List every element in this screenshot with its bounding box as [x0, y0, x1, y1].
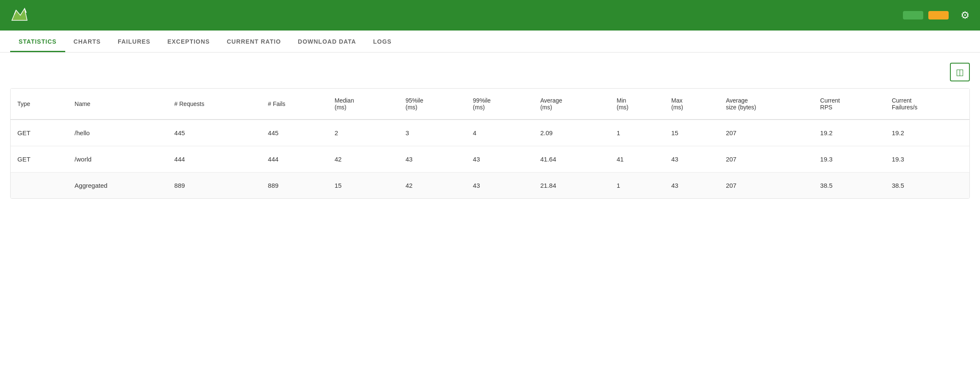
tab-exceptions[interactable]: EXCEPTIONS: [159, 31, 218, 52]
cell-median: 15: [328, 173, 399, 199]
new-button[interactable]: [903, 11, 923, 19]
cell-min: 41: [610, 146, 664, 173]
columns-icon: ◫: [956, 67, 964, 77]
col-p95: 95%ile(ms): [399, 89, 466, 120]
cell-max: 15: [664, 120, 719, 146]
logo-icon: [10, 6, 29, 25]
tab-statistics[interactable]: STATISTICS: [10, 31, 65, 52]
cell-fails: 444: [261, 146, 328, 173]
cell-max: 43: [664, 146, 719, 173]
col-p99: 99%ile(ms): [466, 89, 534, 120]
cell-name: /world: [68, 146, 168, 173]
col-fails: # Fails: [261, 89, 328, 120]
settings-icon[interactable]: ⚙: [961, 9, 970, 21]
cell-requests: 889: [168, 173, 261, 199]
cell-p99: 43: [466, 146, 534, 173]
main-content: ◫ Type Name # Requests # Fails Median(ms…: [0, 53, 980, 209]
cell-avg_size: 207: [719, 173, 814, 199]
col-median: Median(ms): [328, 89, 399, 120]
cell-type: GET: [11, 120, 68, 146]
cell-current_rps: 19.3: [814, 146, 885, 173]
table-header-row: Type Name # Requests # Fails Median(ms) …: [11, 89, 969, 120]
cell-p95: 3: [399, 120, 466, 146]
cell-average: 41.64: [534, 146, 610, 173]
header-buttons: ⚙: [903, 9, 970, 21]
cell-p99: 43: [466, 173, 534, 199]
col-average: Average(ms): [534, 89, 610, 120]
table-row: GET/world44444442434341.64414320719.319.…: [11, 146, 969, 173]
cell-current_failures: 19.3: [885, 146, 969, 173]
cell-median: 2: [328, 120, 399, 146]
cell-current_failures: 19.2: [885, 120, 969, 146]
cell-avg_size: 207: [719, 120, 814, 146]
cell-name: /hello: [68, 120, 168, 146]
cell-current_failures: 38.5: [885, 173, 969, 199]
col-current-failures: CurrentFailures/s: [885, 89, 969, 120]
tab-charts[interactable]: CHARTS: [65, 31, 109, 52]
cell-name: Aggregated: [68, 173, 168, 199]
toolbar: ◫: [10, 63, 970, 81]
col-max: Max(ms): [664, 89, 719, 120]
tab-current-ratio[interactable]: CURRENT RATIO: [218, 31, 289, 52]
cell-median: 42: [328, 146, 399, 173]
cell-avg_size: 207: [719, 146, 814, 173]
col-requests: # Requests: [168, 89, 261, 120]
tab-logs[interactable]: LOGS: [365, 31, 400, 52]
logo: [10, 6, 33, 25]
cell-p95: 43: [399, 146, 466, 173]
col-type: Type: [11, 89, 68, 120]
cell-p95: 42: [399, 173, 466, 199]
cell-average: 21.84: [534, 173, 610, 199]
cell-type: [11, 173, 68, 199]
cell-current_rps: 38.5: [814, 173, 885, 199]
cell-min: 1: [610, 120, 664, 146]
cell-fails: 445: [261, 120, 328, 146]
statistics-table: Type Name # Requests # Fails Median(ms) …: [11, 89, 969, 198]
navigation: STATISTICS CHARTS FAILURES EXCEPTIONS CU…: [0, 31, 980, 53]
cell-min: 1: [610, 173, 664, 199]
reset-button[interactable]: [928, 11, 949, 19]
tab-download-data[interactable]: DOWNLOAD DATA: [289, 31, 365, 52]
cell-current_rps: 19.2: [814, 120, 885, 146]
table-row: GET/hello4454452342.0911520719.219.2: [11, 120, 969, 146]
header: ⚙: [0, 0, 980, 31]
columns-toggle-button[interactable]: ◫: [950, 63, 970, 81]
cell-average: 2.09: [534, 120, 610, 146]
col-min: Min(ms): [610, 89, 664, 120]
cell-type: GET: [11, 146, 68, 173]
table-row: Aggregated88988915424321.8414320738.538.…: [11, 173, 969, 199]
col-current-rps: CurrentRPS: [814, 89, 885, 120]
statistics-table-container: Type Name # Requests # Fails Median(ms) …: [10, 88, 970, 199]
cell-requests: 444: [168, 146, 261, 173]
cell-requests: 445: [168, 120, 261, 146]
tab-failures[interactable]: FAILURES: [109, 31, 159, 52]
col-avg-size: Averagesize (bytes): [719, 89, 814, 120]
cell-fails: 889: [261, 173, 328, 199]
cell-p99: 4: [466, 120, 534, 146]
col-name: Name: [68, 89, 168, 120]
cell-max: 43: [664, 173, 719, 199]
